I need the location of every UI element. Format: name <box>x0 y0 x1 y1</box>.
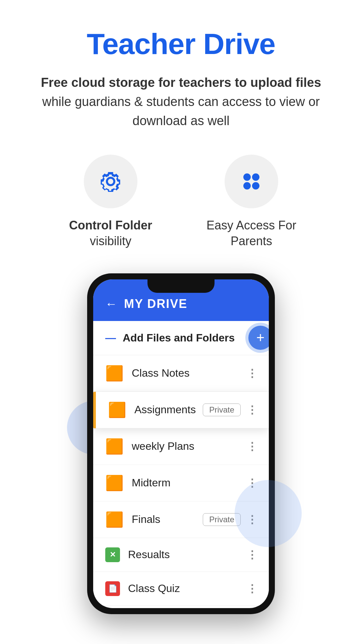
folder-name-weekly-plans: weekly Plans <box>132 440 194 452</box>
phone-outer: ← MY DRIVE — Add Files and Folders + <box>87 273 275 614</box>
add-files-label: Add Files and Folders <box>123 332 235 344</box>
folder-right: ⋮ <box>247 548 257 561</box>
phone-screen: ← MY DRIVE — Add Files and Folders + <box>93 279 269 608</box>
folder-right: ⋮ <box>247 367 257 380</box>
svg-point-1 <box>252 173 259 181</box>
folder-name-assignments: Assignments <box>134 404 196 416</box>
folder-left: 🟧 Assignments <box>108 401 196 419</box>
add-button[interactable]: + <box>245 323 269 353</box>
add-files-row: — Add Files and Folders + <box>93 321 269 355</box>
folder-name-finals: Finals <box>132 513 160 526</box>
phone-mockup: ← MY DRIVE — Add Files and Folders + <box>87 273 275 614</box>
folder-orange-icon-weekly: 🟧 <box>105 438 124 455</box>
folder-row-resualts[interactable]: ✕ Resualts ⋮ <box>93 538 269 572</box>
back-arrow-icon[interactable]: ← <box>105 297 117 311</box>
folder-name-class-notes: Class Notes <box>132 367 190 379</box>
deco-circle-right <box>235 480 302 547</box>
file-red-icon-quiz: 📄 <box>105 581 120 596</box>
feature-easy-access: Easy Access For Parents <box>204 155 298 249</box>
more-dots-icon-assignments[interactable]: ⋮ <box>247 404 257 416</box>
subtitle-rest: while guardians & students can access to… <box>42 95 320 128</box>
subtitle-bold: Free cloud storage for teachers to uploa… <box>41 75 321 90</box>
folder-name-class-quiz: Class Quiz <box>128 582 180 595</box>
folder-right-assignments: Private ⋮ <box>203 404 257 416</box>
private-badge-assignments: Private <box>203 404 241 416</box>
folder-right: ⋮ <box>247 440 257 453</box>
phone-inner: ← MY DRIVE — Add Files and Folders + <box>93 279 269 608</box>
folder-orange-icon-midterm: 🟧 <box>105 474 124 492</box>
folder-name-midterm: Midterm <box>132 477 171 489</box>
folder-row-assignments[interactable]: 🟧 Assignments Private ⋮ <box>93 392 269 428</box>
file-green-icon-resualts: ✕ <box>105 547 120 562</box>
page-title: Teacher Drive <box>87 27 276 61</box>
folder-left: ✕ Resualts <box>105 547 170 562</box>
folder-orange-icon-finals: 🟧 <box>105 511 124 528</box>
grid-icon <box>238 168 265 195</box>
assignments-highlighted-wrapper: 🟧 Assignments Private ⋮ <box>93 392 269 428</box>
folder-orange-icon: 🟧 <box>105 365 124 382</box>
phone-header-title: MY DRIVE <box>124 297 187 311</box>
folder-left: 🟧 Class Notes <box>105 365 190 382</box>
folder-row-weekly-plans[interactable]: 🟧 weekly Plans ⋮ <box>93 428 269 465</box>
features-row: Control Folder visibility Easy Access Fo… <box>20 155 342 249</box>
dash-icon: — <box>105 332 116 344</box>
plus-icon: + <box>256 330 265 346</box>
svg-point-2 <box>243 182 251 190</box>
folder-orange-icon-assignments: 🟧 <box>108 401 126 419</box>
add-files-left: — Add Files and Folders <box>105 332 235 344</box>
svg-point-3 <box>252 182 259 190</box>
easy-access-icon-circle <box>225 155 278 208</box>
gear-icon <box>97 168 124 195</box>
folder-left: 📄 Class Quiz <box>105 581 180 596</box>
page-subtitle: Free cloud storage for teachers to uploa… <box>30 73 332 130</box>
folder-right: ⋮ <box>247 582 257 595</box>
folder-row-class-notes[interactable]: 🟧 Class Notes ⋮ <box>93 355 269 392</box>
more-dots-icon[interactable]: ⋮ <box>247 367 257 380</box>
svg-point-0 <box>243 173 251 181</box>
more-dots-icon-quiz[interactable]: ⋮ <box>247 582 257 595</box>
control-folder-label: Control Folder visibility <box>64 218 158 249</box>
folder-left: 🟧 Finals <box>105 511 160 528</box>
more-dots-icon-weekly[interactable]: ⋮ <box>247 440 257 453</box>
folder-row-class-quiz[interactable]: 📄 Class Quiz ⋮ <box>93 572 269 606</box>
control-folder-icon-circle <box>84 155 137 208</box>
easy-access-label: Easy Access For Parents <box>204 218 298 249</box>
page: Teacher Drive Free cloud storage for tea… <box>0 0 362 644</box>
phone-notch <box>147 279 215 293</box>
folder-left: 🟧 Midterm <box>105 474 171 492</box>
feature-control-folder: Control Folder visibility <box>64 155 158 249</box>
folder-left: 🟧 weekly Plans <box>105 438 194 455</box>
more-dots-icon-resualts[interactable]: ⋮ <box>247 548 257 561</box>
add-button-inner[interactable]: + <box>248 326 269 350</box>
folder-name-resualts: Resualts <box>128 548 170 561</box>
